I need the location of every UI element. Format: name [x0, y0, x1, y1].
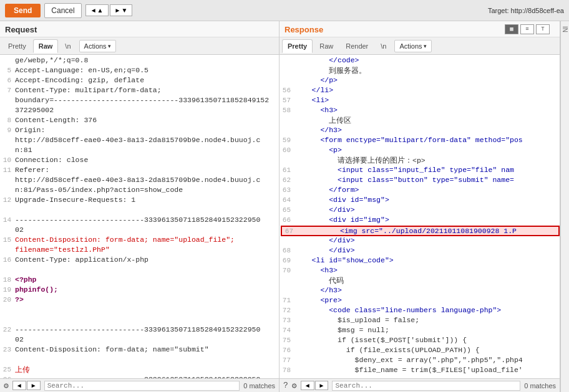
request-search-input[interactable] [44, 381, 240, 391]
line-number [0, 315, 15, 316]
line-number: 69 [280, 256, 294, 264]
view-btn-text[interactable]: T [536, 24, 550, 34]
line-number: 22 [0, 325, 15, 333]
line-number: 75 [280, 336, 294, 344]
table-row: 11Referer: [0, 166, 279, 176]
line-content: <p> [294, 146, 560, 154]
line-content: Accept-Language: en-US,en;q=0.5 [15, 66, 279, 74]
line-number: 70 [280, 266, 294, 274]
line-content: if (file_exists(UPLOAD_PATH)) { [294, 346, 560, 354]
response-status-bar: ? ⚙ ◄ ► 0 matches [280, 378, 560, 392]
line-content: 上传 [15, 365, 279, 375]
view-btn-grid[interactable]: ▦ [505, 24, 518, 34]
view-buttons: ▦ ≡ T [500, 22, 555, 37]
tab-request-raw[interactable]: Raw [33, 39, 59, 53]
tab-response-ln[interactable]: \n [375, 39, 392, 53]
table-row: http://8d58ceff-eae0-40e3-8a13-2da815709… [0, 176, 279, 186]
table-row: 02 [0, 226, 279, 236]
nav-right-button[interactable]: ► ▼ [110, 4, 133, 16]
table-row [0, 206, 279, 216]
target-label: Target: http://8d58ceff-ea [488, 7, 564, 14]
response-nav-prev[interactable]: ◄ [301, 381, 314, 390]
line-content: n:81 [15, 146, 279, 154]
line-content: ------------------------------3339613507… [15, 216, 279, 224]
view-btn-list[interactable]: ≡ [520, 24, 534, 34]
line-content: <input class="input_file" type="file" na… [294, 166, 560, 174]
response-panel-title: Response [284, 21, 323, 37]
line-number: 26 [0, 375, 15, 378]
tab-response-raw[interactable]: Raw [314, 39, 339, 53]
response-actions-button[interactable]: Actions ▾ [394, 40, 431, 52]
sidebar-label: IN [562, 26, 568, 32]
table-row: 上传区 [280, 116, 560, 126]
response-code-area[interactable]: </code> 到服务器。 </p>56 </li>57 <li>58 <h3>… [280, 55, 560, 378]
line-number [0, 106, 15, 107]
line-number: 68 [280, 246, 294, 254]
line-number: 65 [280, 206, 294, 214]
line-content: 请选择要上传的图片：<p> [294, 156, 560, 165]
response-actions-arrow-icon: ▾ [424, 43, 427, 49]
response-nav-next[interactable]: ► [315, 381, 329, 390]
line-content: <h3> [294, 106, 560, 114]
list-icon: ≡ [525, 26, 528, 32]
line-content: 02 [15, 335, 279, 343]
line-number: 59 [280, 136, 294, 144]
request-code-area[interactable]: ge/webp,*/*;q=0.85Accept-Language: en-US… [0, 55, 279, 378]
line-content: </div> [294, 236, 560, 244]
line-content: Content-Disposition: form-data; name="up… [15, 236, 279, 244]
request-panel-title: Request [0, 21, 279, 37]
line-number: 64 [280, 196, 294, 204]
tab-response-render[interactable]: Render [340, 39, 374, 53]
line-number [0, 136, 15, 136]
line-number [280, 126, 294, 127]
line-content: <input class="button" type="submit" name… [294, 176, 560, 184]
line-number [280, 76, 294, 77]
line-number [280, 156, 294, 156]
line-content: <img src="../upload/20211011081900928 1.… [297, 227, 558, 235]
line-content: ?> [15, 295, 279, 304]
request-nav-prev[interactable]: ◄ [12, 381, 26, 390]
tab-request-pretty[interactable]: Pretty [2, 39, 32, 53]
send-button[interactable]: Send [5, 4, 41, 17]
request-settings-icon[interactable]: ⚙ [4, 381, 9, 391]
response-search-input[interactable] [332, 381, 520, 391]
text-icon: T [541, 26, 544, 32]
line-number: 67 [282, 227, 297, 235]
line-number: 15 [0, 236, 15, 244]
line-number [0, 56, 15, 57]
table-row: 10Connection: close [0, 156, 279, 166]
line-content: <code class="line-numbers language-php"> [294, 306, 560, 314]
actions-label: Actions [84, 42, 107, 50]
line-content: $deny_ext = array(".php",".php5",".php4 [294, 356, 560, 364]
line-content: ------------------------------3339613507… [15, 375, 279, 378]
line-content: 372295002 [15, 106, 279, 114]
line-number [0, 186, 15, 186]
line-number: 76 [280, 346, 294, 354]
tab-response-pretty[interactable]: Pretty [282, 39, 313, 53]
table-row: 67 <img src="../upload/20211011081900928… [281, 226, 560, 236]
line-number [0, 246, 15, 246]
nav-left-button[interactable]: ◄ ▲ [85, 4, 109, 16]
line-content: 02 [15, 226, 279, 234]
line-content: <h3> [294, 266, 560, 274]
nav-down-icon: ▼ [121, 7, 127, 14]
response-settings-icon[interactable]: ⚙ [292, 381, 297, 391]
response-help-icon[interactable]: ? [283, 381, 288, 390]
line-number: 56 [280, 86, 294, 94]
table-row: ge/webp,*/*;q=0.8 [0, 56, 279, 66]
cancel-button[interactable]: Cancel [44, 3, 81, 18]
table-row: 16Content-Type: application/x-php [0, 256, 279, 265]
table-row: 68 </div> [280, 246, 560, 256]
request-actions-button[interactable]: Actions ▾ [79, 40, 116, 52]
line-content: 上传区 [294, 116, 560, 125]
line-number [0, 206, 15, 206]
table-row: 69 <li id="show_code"> [280, 256, 560, 266]
request-nav-next[interactable]: ► [27, 381, 41, 390]
line-number: 62 [280, 176, 294, 184]
line-number: 58 [280, 106, 294, 114]
table-row: 5Accept-Language: en-US,en;q=0.5 [0, 66, 279, 76]
line-number [280, 236, 294, 237]
line-content: $file_name = trim($_FILES['upload_file' [294, 366, 560, 374]
line-number: 74 [280, 326, 294, 334]
tab-request-ln[interactable]: \n [59, 39, 76, 53]
